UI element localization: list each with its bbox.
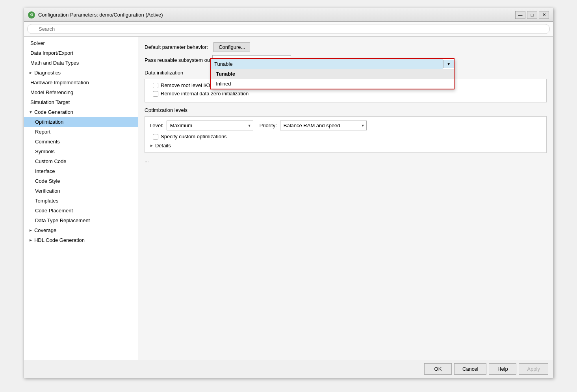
optimization-label: Optimization xyxy=(35,119,63,125)
data-type-replacement-label: Data Type Replacement xyxy=(35,217,90,223)
simulation-target-label: Simulation Target xyxy=(30,99,70,105)
level-select[interactable]: Maximum xyxy=(167,121,253,130)
sidebar-item-data-type-replacement[interactable]: Data Type Replacement xyxy=(24,216,138,225)
level-row: Level: Maximum ▼ Priority: Balance RAM a… xyxy=(150,121,542,130)
sidebar-item-coverage[interactable]: ► Coverage xyxy=(24,225,138,235)
right-panel: Default parameter behavior: Tunable ▼ Tu… xyxy=(138,37,553,360)
verification-label: Verification xyxy=(35,188,60,194)
hdl-triangle: ► xyxy=(29,238,33,242)
specify-custom-checkbox[interactable] xyxy=(153,134,158,139)
sidebar-item-optimization[interactable]: Optimization xyxy=(24,117,138,127)
dropdown-option-inlined[interactable]: Inlined xyxy=(211,79,454,89)
window-controls: — □ ✕ xyxy=(515,11,549,19)
main-window: ⚙ Configuration Parameters: demo/Configu… xyxy=(24,8,553,378)
custom-code-label: Custom Code xyxy=(35,158,66,164)
default-param-dropdown-popup: Tunable ▼ Tunable Inlined xyxy=(210,58,455,89)
close-button[interactable]: ✕ xyxy=(539,11,549,19)
opt-levels-header: Optimization levels xyxy=(145,107,547,113)
sidebar-item-math-data-types[interactable]: Math and Data Types xyxy=(24,58,138,68)
minimize-button[interactable]: — xyxy=(515,11,525,19)
sidebar-item-custom-code[interactable]: Custom Code xyxy=(24,156,138,166)
ok-button[interactable]: OK xyxy=(424,363,452,375)
cancel-button[interactable]: Cancel xyxy=(454,363,486,375)
app-icon: ⚙ xyxy=(28,11,35,19)
maximize-button[interactable]: □ xyxy=(527,11,537,19)
code-style-label: Code Style xyxy=(35,178,60,184)
title-bar-left: ⚙ Configuration Parameters: demo/Configu… xyxy=(28,11,163,19)
window-title: Configuration Parameters: demo/Configura… xyxy=(38,12,163,18)
model-referencing-label: Model Referencing xyxy=(30,89,73,95)
default-param-row: Default parameter behavior: Tunable ▼ Tu… xyxy=(145,42,547,52)
coverage-label: Coverage xyxy=(34,227,56,233)
sidebar-item-symbols[interactable]: Symbols xyxy=(24,147,138,156)
priority-label: Priority: xyxy=(260,123,277,128)
hardware-implementation-label: Hardware Implementation xyxy=(30,80,89,85)
sidebar-item-code-placement[interactable]: Code Placement xyxy=(24,206,138,216)
templates-label: Templates xyxy=(35,198,58,204)
solver-label: Solver xyxy=(30,40,45,46)
details-row[interactable]: ► Details xyxy=(150,143,542,149)
code-placement-label: Code Placement xyxy=(35,208,73,214)
sidebar-item-hardware-implementation[interactable]: Hardware Implementation xyxy=(24,78,138,87)
search-wrapper: 🔍 xyxy=(27,24,550,34)
diagnostics-triangle: ► xyxy=(29,71,33,75)
sidebar-item-model-referencing[interactable]: Model Referencing xyxy=(24,87,138,97)
popup-selected-text: Tunable xyxy=(211,59,443,69)
dropdown-popup-header: Tunable ▼ xyxy=(211,59,454,69)
sidebar-item-verification[interactable]: Verification xyxy=(24,186,138,196)
sidebar-item-comments[interactable]: Comments xyxy=(24,137,138,147)
sidebar-item-simulation-target[interactable]: Simulation Target xyxy=(24,97,138,107)
sidebar-item-interface[interactable]: Interface xyxy=(24,166,138,176)
comments-label: Comments xyxy=(35,139,60,145)
opt-levels-box: Level: Maximum ▼ Priority: Balance RAM a… xyxy=(145,116,547,153)
coverage-triangle: ► xyxy=(29,228,33,232)
report-label: Report xyxy=(35,129,50,135)
sidebar-item-templates[interactable]: Templates xyxy=(24,196,138,206)
apply-button[interactable]: Apply xyxy=(519,363,548,375)
sidebar-item-report[interactable]: Report xyxy=(24,127,138,137)
interface-label: Interface xyxy=(35,168,55,174)
diagnostics-label: Diagnostics xyxy=(34,70,61,76)
specify-custom-row: Specify custom optimizations xyxy=(150,134,542,139)
remove-internal-row: Remove internal data zero initialization xyxy=(150,91,542,97)
search-input[interactable] xyxy=(27,24,550,34)
code-generation-triangle: ▼ xyxy=(29,110,33,114)
opt-levels-section: Optimization levels Level: Maximum ▼ Pri… xyxy=(145,107,547,153)
priority-dropdown-wrapper: Balance RAM and speed ▼ xyxy=(280,121,367,130)
bottom-bar: OK Cancel Help Apply xyxy=(24,360,553,378)
sidebar: Solver Data Import/Export Math and Data … xyxy=(24,37,138,360)
symbols-label: Symbols xyxy=(35,149,55,154)
pass-subsystem-label: Pass reusable subsystem ou xyxy=(145,57,210,63)
remove-internal-checkbox[interactable] xyxy=(153,91,158,97)
remove-internal-label: Remove internal data zero initialization xyxy=(161,91,249,97)
remove-root-io-checkbox[interactable] xyxy=(153,83,158,88)
details-label: Details xyxy=(155,143,171,149)
level-label: Level: xyxy=(150,123,163,128)
code-generation-label: Code Generation xyxy=(34,109,73,115)
main-content: Solver Data Import/Export Math and Data … xyxy=(24,37,553,360)
dropdown-option-tunable[interactable]: Tunable xyxy=(211,69,454,79)
sidebar-item-code-style[interactable]: Code Style xyxy=(24,176,138,186)
details-triangle: ► xyxy=(150,143,154,148)
search-bar: 🔍 xyxy=(24,22,553,37)
data-import-export-label: Data Import/Export xyxy=(30,50,73,56)
popup-arrow-btn[interactable]: ▼ xyxy=(443,60,454,68)
sidebar-item-hdl-code-generation[interactable]: ► HDL Code Generation xyxy=(24,235,138,245)
sidebar-item-data-import-export[interactable]: Data Import/Export xyxy=(24,48,138,58)
default-param-label: Default parameter behavior: xyxy=(145,44,208,50)
hdl-code-generation-label: HDL Code Generation xyxy=(34,237,85,243)
configure-button[interactable]: Configure... xyxy=(213,42,250,52)
help-button[interactable]: Help xyxy=(489,363,516,375)
sidebar-item-solver[interactable]: Solver xyxy=(24,38,138,48)
title-bar: ⚙ Configuration Parameters: demo/Configu… xyxy=(24,8,553,22)
math-data-types-label: Math and Data Types xyxy=(30,60,79,66)
sidebar-item-code-generation[interactable]: ▼ Code Generation xyxy=(24,107,138,117)
sidebar-item-diagnostics[interactable]: ► Diagnostics xyxy=(24,68,138,78)
ellipsis-text: ... xyxy=(145,158,547,163)
priority-select[interactable]: Balance RAM and speed xyxy=(280,121,367,130)
level-dropdown-wrapper: Maximum ▼ xyxy=(167,121,253,130)
specify-custom-label: Specify custom optimizations xyxy=(161,134,227,139)
